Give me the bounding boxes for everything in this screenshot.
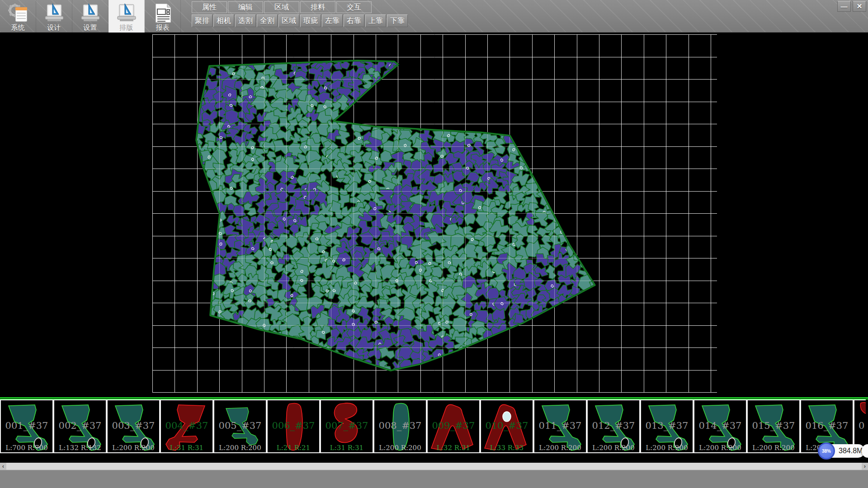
mode-button-label: 排版 bbox=[120, 23, 133, 31]
system-gear-icon bbox=[7, 3, 29, 23]
mode-button-system[interactable]: 系统 bbox=[0, 0, 36, 33]
tool-button[interactable]: 上靠 bbox=[365, 14, 386, 27]
piece-id-label: 011_#37 bbox=[534, 420, 586, 431]
tool-button[interactable]: 选割 bbox=[235, 14, 256, 27]
status-bar bbox=[0, 470, 868, 488]
piece-id-label: 014_#37 bbox=[694, 420, 746, 431]
close-button[interactable]: ✕ bbox=[853, 1, 866, 12]
piece-id-label: 015_#37 bbox=[748, 420, 799, 431]
piece-id-label: 013_#37 bbox=[641, 420, 693, 431]
nesting-canvas[interactable] bbox=[0, 33, 868, 397]
piece-lr-label: L:33 R:33 bbox=[481, 444, 533, 452]
piece-lr-label: L:32 R:31 bbox=[428, 444, 479, 452]
piece-lr-label: L:700 R:700 bbox=[1, 444, 52, 452]
tool-button[interactable]: 右靠 bbox=[344, 14, 364, 27]
piece-lr-label: L:31 R:31 bbox=[321, 444, 373, 452]
mode-button-label: 设计 bbox=[47, 23, 61, 31]
piece-id-label: 016_#37 bbox=[801, 420, 853, 431]
memory-value: 384.8M bbox=[839, 447, 863, 455]
tool-button[interactable]: 相机 bbox=[213, 14, 234, 27]
piece-lr-label: L:200 R:200 bbox=[748, 444, 799, 452]
piece-id-label: 010_#37 bbox=[481, 420, 533, 431]
piece-id-label: 012_#37 bbox=[588, 420, 639, 431]
piece-id-label: 002_#37 bbox=[54, 420, 106, 431]
piece-thumbnail[interactable]: 003_#37 L:200 R:200 bbox=[107, 399, 160, 453]
design-ruler-icon bbox=[80, 3, 101, 23]
nesting-workspace bbox=[0, 33, 868, 397]
piece-thumbnail[interactable]: 008_#37 L:200 R:200 bbox=[373, 399, 427, 453]
window-controls: — ✕ bbox=[837, 1, 866, 12]
piece-thumbnail[interactable]: 013_#37 L:200 R:200 bbox=[640, 399, 693, 453]
scroll-left-arrow-icon[interactable]: ‹ bbox=[0, 463, 6, 470]
piece-id-label: 001_#37 bbox=[1, 420, 52, 431]
piece-thumbnail[interactable]: 005_#37 L:200 R:200 bbox=[213, 399, 267, 453]
piece-thumbnail[interactable]: 009_#37 L:32 R:31 bbox=[427, 399, 480, 453]
mode-button-report[interactable]: 报表 bbox=[145, 0, 181, 33]
minimize-button[interactable]: — bbox=[837, 1, 851, 12]
piece-id-label: 008_#37 bbox=[374, 420, 426, 431]
piece-id-label: 006_#37 bbox=[268, 420, 319, 431]
tool-button[interactable]: 区域 bbox=[278, 14, 299, 27]
tool-button[interactable]: 聚排 bbox=[192, 14, 212, 27]
piece-lr-label: L:200 R:200 bbox=[108, 444, 159, 452]
piece-thumbnail[interactable]: 012_#37 L:200 R:200 bbox=[587, 399, 640, 453]
piece-thumbnail[interactable]: 011_#37 L:200 R:200 bbox=[533, 399, 587, 453]
horizontal-scrollbar[interactable]: ‹ › bbox=[0, 463, 868, 470]
menu-tab[interactable]: 排料 bbox=[300, 1, 335, 13]
piece-lr-label: L:21 R:21 bbox=[268, 444, 319, 452]
cpu-percent-indicator: 38% bbox=[818, 442, 835, 460]
tool-button-row: 聚排相机选割全割区域瑕疵左靠右靠上靠下靠 bbox=[192, 14, 408, 27]
piece-lr-label: L:200 R:200 bbox=[588, 444, 639, 452]
mode-button-design[interactable]: 设计 bbox=[36, 0, 72, 33]
piece-thumbnail[interactable]: 004_#37 L:31 R:31 bbox=[160, 399, 213, 453]
mode-button-settings[interactable]: 设置 bbox=[72, 0, 108, 33]
mode-button-layout[interactable]: 排版 bbox=[108, 0, 145, 33]
piece-thumbnail[interactable]: 014_#37 L:200 R:200 bbox=[693, 399, 747, 453]
menu-tab[interactable]: 交互 bbox=[336, 1, 372, 13]
piece-thumbnail[interactable]: 015_#37 L:200 R:200 bbox=[747, 399, 800, 453]
titlebar: 系统 设计 设置 排版 报表 属性编辑区域排料交互 聚排相机选割全割区域瑕疵左靠… bbox=[0, 0, 868, 33]
menu-tab-row: 属性编辑区域排料交互 bbox=[192, 1, 372, 13]
strip-bottom-gap bbox=[0, 453, 868, 463]
scrollbar-thumb[interactable] bbox=[6, 463, 862, 469]
mode-button-label: 设置 bbox=[84, 23, 97, 31]
piece-id-label: 007_#37 bbox=[321, 420, 373, 431]
piece-lr-label: L:200 R:200 bbox=[374, 444, 426, 452]
piece-id-label: 005_#37 bbox=[214, 420, 266, 431]
piece-lr-label: L:200 R:200 bbox=[534, 444, 586, 452]
tool-button[interactable]: 全割 bbox=[257, 14, 278, 27]
piece-id-label: 004_#37 bbox=[161, 420, 212, 431]
scroll-right-arrow-icon[interactable]: › bbox=[862, 463, 868, 470]
tool-button[interactable]: 左靠 bbox=[322, 14, 343, 27]
piece-thumbnail[interactable]: 010_#37 L:33 R:33 bbox=[480, 399, 533, 453]
piece-lr-label: L:132 R:132 bbox=[54, 444, 106, 452]
piece-lr-label: L:200 R:200 bbox=[641, 444, 693, 452]
piece-lr-label: L:200 R:200 bbox=[694, 444, 746, 452]
tool-button[interactable]: 瑕疵 bbox=[300, 14, 321, 27]
menu-tab[interactable]: 属性 bbox=[192, 1, 227, 13]
main-mode-buttons: 系统 设计 设置 排版 报表 bbox=[0, 0, 181, 33]
tool-button[interactable]: 下靠 bbox=[387, 14, 408, 27]
piece-id-label: 003_#37 bbox=[108, 420, 159, 431]
design-ruler-icon bbox=[43, 3, 65, 23]
piece-thumbnail[interactable]: 007_#37 L:31 R:31 bbox=[320, 399, 373, 453]
report-document-icon bbox=[152, 3, 174, 23]
menu-tab[interactable]: 编辑 bbox=[228, 1, 263, 13]
menu-tab[interactable]: 区域 bbox=[264, 1, 299, 13]
piece-lr-label: L:200 R:200 bbox=[214, 444, 266, 452]
piece-id-label: 009_#37 bbox=[428, 420, 479, 431]
memory-usage-badge: 38% 384.8M bbox=[819, 444, 865, 458]
piece-thumbnail[interactable]: 001_#37 L:700 R:700 bbox=[0, 399, 53, 453]
mode-button-label: 系统 bbox=[11, 23, 25, 31]
piece-thumbnail[interactable]: 006_#37 L:21 R:21 bbox=[267, 399, 320, 453]
piece-thumbnail[interactable]: 002_#37 L:132 R:132 bbox=[53, 399, 107, 453]
piece-id-label: 0 bbox=[854, 420, 866, 431]
mode-button-label: 报表 bbox=[156, 23, 170, 31]
piece-lr-label: L:31 R:31 bbox=[161, 444, 212, 452]
design-ruler-icon bbox=[116, 3, 137, 23]
